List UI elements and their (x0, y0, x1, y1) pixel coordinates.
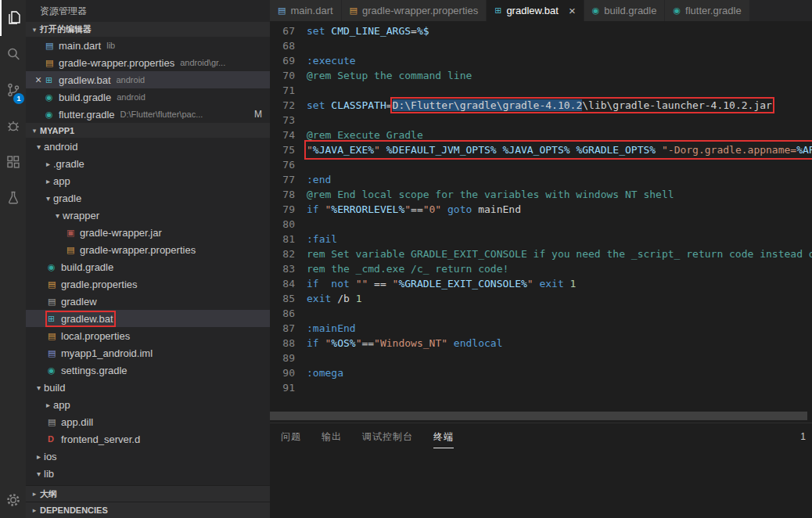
panel-tab[interactable]: 调试控制台 (362, 430, 413, 448)
chevron-right-icon: ▸ (43, 177, 53, 185)
open-editor-item[interactable]: ▤main.dartlib (26, 37, 270, 54)
tree-item[interactable]: ▣gradle-wrapper.jar (26, 224, 270, 241)
editor-tab[interactable]: ▤main.dart (270, 0, 342, 21)
gradle-file-icon: ◉ (592, 5, 600, 16)
code-line: 88if "%OS%"=="Windows_NT" endlocal (270, 336, 812, 351)
code-line: 74@rem Execute Gradle (270, 128, 812, 142)
tree-item[interactable]: ◉settings.gradle (26, 362, 270, 379)
tab-label: flutter.gradle (685, 5, 742, 16)
tree-item[interactable]: ▤gradle.properties (26, 275, 270, 293)
scm-badge: 1 (13, 93, 24, 104)
sidebar: 资源管理器 ▾ 打开的编辑器 ▤main.dartlib▤gradle-wrap… (26, 0, 270, 518)
activity-explorer-button[interactable] (0, 0, 26, 36)
gradle-file-icon: ◉ (48, 365, 61, 376)
gradle-file-icon: ◉ (45, 110, 59, 120)
line-number: 89 (270, 351, 295, 365)
code-line: 91 (270, 380, 812, 395)
code-text: @rem End local scope for the variables w… (307, 187, 674, 202)
debug-icon (5, 117, 22, 135)
tree-item[interactable]: ▾build (26, 379, 270, 396)
activity-extensions-button[interactable] (0, 144, 26, 180)
line-number: 75 (270, 142, 295, 157)
close-icon[interactable]: × (569, 5, 576, 16)
line-number: 82 (270, 246, 295, 261)
tree-item-content: ▾build (34, 382, 65, 394)
code-line: 82rem Set variable GRADLE_EXIT_CONSOLE i… (270, 246, 812, 261)
open-editor-item[interactable]: ◉flutter.gradleD:\Flutter\flutter\pac...… (26, 106, 270, 123)
line-number: 86 (270, 306, 295, 321)
activity-test-button[interactable] (0, 180, 26, 216)
line-number: 90 (270, 365, 295, 380)
tree-item[interactable]: ▸.gradle (26, 155, 270, 172)
editor-tabbar: ▤main.dart▤gradle-wrapper.properties⊞gra… (270, 0, 812, 21)
editor-tab[interactable]: ◉flutter.gradle (665, 0, 749, 21)
activity-source-control-button[interactable]: 1 (0, 72, 26, 108)
activity-settings-button[interactable] (0, 482, 26, 518)
tree-item[interactable]: ▤gradlew (26, 293, 270, 310)
file-label: flutter.gradle (59, 109, 115, 121)
file-label: settings.gradle (61, 365, 128, 376)
dependencies-header[interactable]: ▸ DEPENDENCIES (26, 502, 270, 518)
code-text: :end (307, 172, 331, 187)
tree-item[interactable]: ▤gradle-wrapper.properties (26, 241, 270, 258)
editor-tab[interactable]: ⊞gradlew.bat× (487, 0, 584, 21)
tree-item-content: ▤app.dill (48, 416, 93, 428)
tree-item[interactable]: ▾wrapper (26, 207, 270, 224)
panel-tab[interactable]: 终端 (433, 430, 454, 448)
line-number: 87 (270, 321, 295, 336)
close-icon[interactable]: × (31, 74, 45, 86)
code-text: :execute (307, 53, 356, 68)
editor-area: ▤main.dart▤gradle-wrapper.properties⊞gra… (270, 0, 812, 518)
open-editors-header[interactable]: ▾ 打开的编辑器 (26, 22, 270, 37)
file-label: lib (44, 468, 54, 480)
annotation-box: ⊞gradlew.bat (48, 313, 113, 325)
gradle-file-icon: ◉ (48, 262, 61, 272)
tree-item[interactable]: ⊞gradlew.bat (26, 310, 270, 327)
file-label: gradlew (61, 296, 97, 308)
open-editors-header-label: 打开的编辑器 (40, 23, 92, 35)
code-editor[interactable]: 67set CMD_LINE_ARGS=%$6869:execute70@rem… (270, 21, 812, 423)
properties-file-icon: ▤ (66, 245, 80, 255)
tree-item[interactable]: ▾android (26, 138, 270, 155)
tree-item[interactable]: ▾lib (26, 465, 270, 482)
tab-label: gradle-wrapper.properties (362, 5, 478, 16)
tree-item[interactable]: ▸app (26, 172, 270, 189)
code-line: 69:execute (270, 53, 812, 68)
activity-debug-button[interactable] (0, 108, 26, 144)
editor-tab[interactable]: ◉build.gradle (584, 0, 666, 21)
bat-file-icon: ⊞ (48, 314, 61, 324)
tree-item[interactable]: ▸app (26, 396, 270, 413)
horizontal-scrollbar[interactable] (270, 412, 807, 420)
beaker-icon (5, 189, 22, 207)
tree-item[interactable]: Dfrontend_server.d (26, 430, 270, 448)
chevron-down-icon: ▾ (43, 194, 53, 203)
line-number: 79 (270, 202, 295, 217)
open-editors-list: ▤main.dartlib▤gradle-wrapper.propertiesa… (26, 37, 270, 123)
code-text: @rem Execute Gradle (307, 128, 423, 142)
open-editor-item[interactable]: ×⊞gradlew.batandroid (26, 71, 270, 88)
open-editor-item[interactable]: ▤gradle-wrapper.propertiesandroid\gr... (26, 54, 270, 71)
activity-bar: 1 (0, 0, 26, 518)
tree-item[interactable]: ◉build.gradle (26, 258, 270, 275)
project-header[interactable]: ▾ MYAPP1 (26, 123, 270, 138)
tree-item[interactable]: ▤myapp1_android.iml (26, 344, 270, 362)
panel-tab[interactable]: 输出 (322, 430, 342, 448)
line-number: 80 (270, 217, 295, 232)
annotation-box: D:\Flutter\gradle\gradle-4.10.2\lib\grad… (393, 99, 772, 111)
activity-bar-spacer (0, 216, 26, 482)
tree-item-content: ◉settings.gradle (48, 365, 128, 376)
outline-header[interactable]: ▸ 大纲 (26, 485, 270, 502)
open-editor-item[interactable]: ◉build.gradleandroid (26, 88, 270, 106)
tree-item[interactable]: ▤local.properties (26, 327, 270, 344)
code-lines: 67set CMD_LINE_ARGS=%$6869:execute70@rem… (270, 23, 812, 395)
code-line: 87:mainEnd (270, 321, 812, 336)
code-text: @rem Setup the command line (307, 68, 472, 83)
tree-item[interactable]: ▤app.dill (26, 413, 270, 430)
panel-tab[interactable]: 问题 (281, 430, 301, 448)
terminal-selector[interactable]: 1 (800, 431, 806, 442)
chevron-right-icon: ▸ (43, 160, 53, 168)
editor-tab[interactable]: ▤gradle-wrapper.properties (342, 0, 487, 21)
tree-item[interactable]: ▸ios (26, 448, 270, 465)
tree-item[interactable]: ▾gradle (26, 189, 270, 207)
activity-search-button[interactable] (0, 36, 26, 72)
